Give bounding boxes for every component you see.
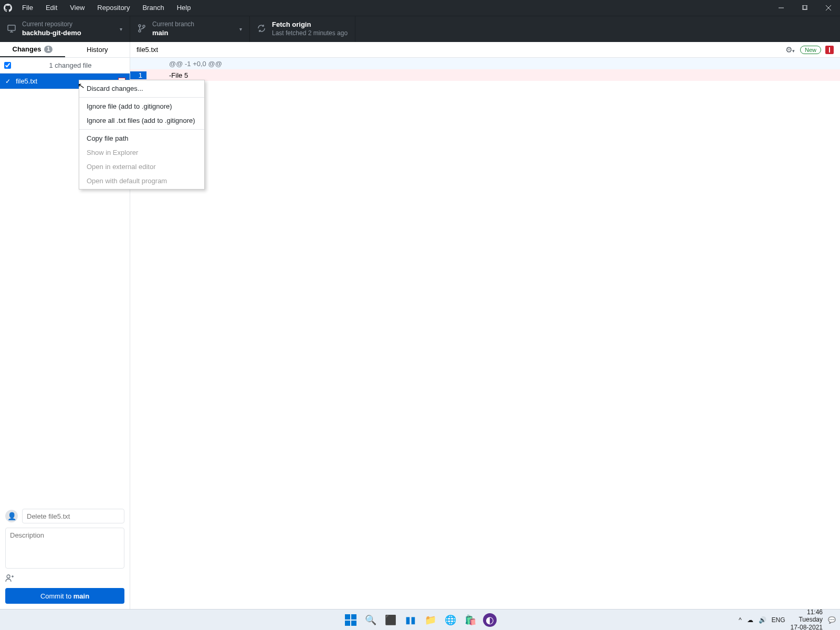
context-menu-item: Open in external editor (79, 160, 204, 174)
fetch-origin-button[interactable]: Fetch origin Last fetched 2 minutes ago (250, 16, 355, 42)
onedrive-icon[interactable]: ☁ (747, 616, 753, 624)
commit-button[interactable]: Commit to main (5, 588, 124, 604)
sync-icon (257, 24, 266, 35)
repo-selector[interactable]: Current repository backhub-git-demo ▾ (0, 16, 130, 42)
add-coauthor-button[interactable] (5, 574, 14, 584)
changed-files-label: 1 changed file (15, 61, 125, 69)
search-icon[interactable]: 🔍 (363, 613, 378, 627)
window-maximize[interactable] (793, 0, 816, 16)
gear-icon[interactable]: ⚙▾ (785, 45, 795, 55)
commit-summary-input[interactable] (22, 509, 124, 523)
fetch-status: Last fetched 2 minutes ago (272, 29, 348, 38)
svg-rect-1 (802, 5, 806, 9)
context-menu-item[interactable]: Ignore all .txt files (add to .gitignore… (79, 113, 204, 128)
changes-count-badge: 1 (44, 46, 52, 53)
svg-rect-2 (803, 5, 807, 9)
avatar: 👤 (5, 510, 18, 522)
chevron-down-icon: ▾ (120, 26, 122, 32)
taskbar: 🔍 ⬛ ▮▮ 📁 🌐 🛍️ ◐ ^ ☁ 🔊 ENG 11:46 Tuesday … (0, 609, 840, 630)
diff-line-content: -File 5 (164, 71, 840, 79)
chevron-down-icon: ▾ (239, 26, 242, 32)
explorer-icon[interactable]: 📁 (423, 613, 438, 627)
menu-branch[interactable]: Branch (136, 0, 170, 16)
window-close[interactable] (816, 0, 840, 16)
context-menu-separator (79, 97, 204, 98)
svg-point-12 (7, 575, 10, 578)
menu-edit[interactable]: Edit (39, 0, 64, 16)
diff-file-name: file5.txt (136, 46, 158, 54)
menu-view[interactable]: View (64, 0, 91, 16)
diff-hunk-header: @@ -1 +0,0 @@ (130, 58, 840, 69)
line-number: 1 (130, 71, 147, 79)
task-view-icon[interactable]: ⬛ (383, 613, 398, 627)
context-menu-separator (79, 129, 204, 130)
tray-chevron-icon[interactable]: ^ (739, 616, 742, 624)
edge-icon[interactable]: 🌐 (443, 613, 458, 627)
svg-point-9 (139, 30, 141, 32)
tab-changes-label: Changes (13, 45, 41, 53)
repo-value: backhub-git-demo (22, 29, 81, 38)
context-menu-item[interactable]: Discard changes... (79, 81, 204, 96)
clock-date: 17-08-2021 (791, 624, 823, 630)
window-minimize[interactable] (769, 0, 793, 16)
commit-button-branch: main (74, 592, 89, 600)
toolbar: Current repository backhub-git-demo ▾ Cu… (0, 16, 840, 42)
widgets-icon[interactable]: ▮▮ (403, 613, 418, 627)
tab-history[interactable]: History (65, 42, 130, 57)
github-desktop-icon[interactable]: ◐ (483, 613, 497, 627)
commit-button-prefix: Commit to (40, 592, 74, 600)
commit-description-input[interactable] (5, 528, 124, 569)
tab-changes[interactable]: Changes 1 (0, 42, 65, 57)
menubar: File Edit View Repository Branch Help (0, 0, 840, 16)
clock-day: Tuesday (791, 616, 823, 623)
clock-time: 11:46 (791, 608, 823, 616)
branch-selector[interactable]: Current branch main ▾ (130, 16, 250, 42)
svg-point-8 (139, 25, 141, 27)
changed-files-header: 1 changed file (0, 58, 130, 74)
select-all-checkbox[interactable] (4, 62, 11, 69)
context-menu: Discard changes...Ignore file (add to .g… (79, 80, 205, 190)
diff-line-deleted[interactable]: 1 -File 5 (130, 69, 840, 81)
fetch-label: Fetch origin (272, 20, 348, 29)
language-indicator[interactable]: ENG (772, 616, 785, 624)
branch-label: Current branch (152, 20, 194, 29)
app-logo (0, 4, 16, 12)
menu-repository[interactable]: Repository (91, 0, 136, 16)
new-badge[interactable]: New (800, 46, 821, 54)
diff-panel: file5.txt ⚙▾ New @@ -1 +0,0 @@ 1 -File 5 (130, 42, 840, 609)
svg-rect-5 (8, 25, 15, 30)
context-menu-item: Open with default program (79, 174, 204, 188)
notifications-icon[interactable]: 💬 (828, 616, 836, 624)
git-branch-icon (138, 24, 146, 35)
context-menu-item[interactable]: Copy file path (79, 131, 204, 145)
repo-label: Current repository (22, 20, 81, 29)
volume-icon[interactable]: 🔊 (759, 616, 766, 624)
svg-point-10 (143, 25, 145, 27)
menu-help[interactable]: Help (171, 0, 197, 16)
menu-file[interactable]: File (16, 0, 39, 16)
commit-panel: 👤 Commit to main (0, 503, 130, 609)
context-menu-item: Show in Explorer (79, 145, 204, 160)
start-button[interactable] (343, 613, 358, 627)
branch-value: main (152, 29, 194, 38)
context-menu-item[interactable]: Ignore file (add to .gitignore) (79, 99, 204, 113)
split-diff-icon[interactable] (825, 46, 834, 54)
check-icon: ✓ (4, 78, 12, 85)
store-icon[interactable]: 🛍️ (463, 613, 478, 627)
monitor-icon (7, 24, 16, 35)
clock[interactable]: 11:46 Tuesday 17-08-2021 (791, 608, 823, 630)
